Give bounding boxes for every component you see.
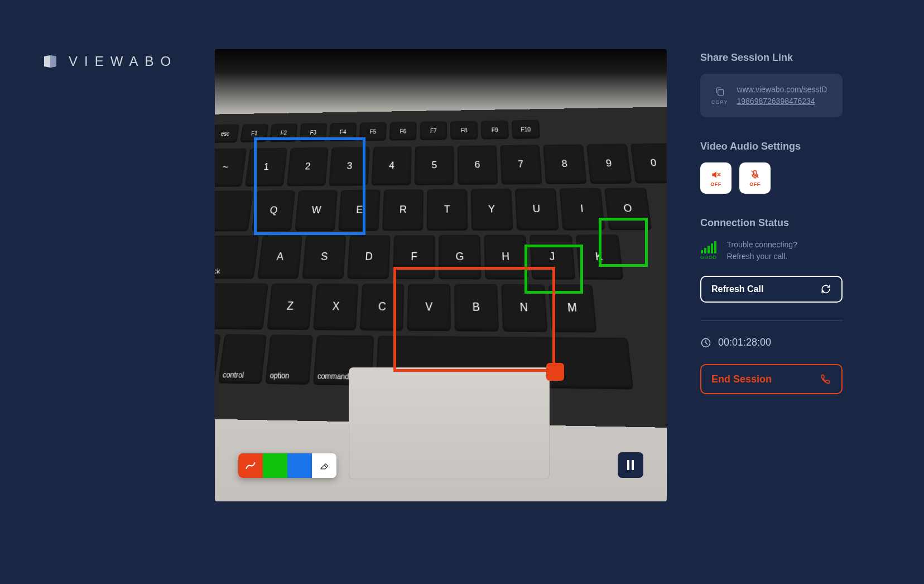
- connection-help-text: Trouble connecting? Refresh your call.: [727, 239, 797, 262]
- mic-off-icon: [749, 169, 761, 180]
- color-green-button[interactable]: [263, 453, 287, 478]
- session-link-card: COPY www.viewabo.com/sessID1986987263984…: [700, 74, 843, 117]
- annotation-green-2[interactable]: [599, 218, 648, 267]
- signal-label: GOOD: [700, 255, 717, 260]
- session-timer: 00:01:28:00: [700, 337, 843, 348]
- sidebar: Share Session Link COPY www.viewabo.com/…: [700, 49, 843, 556]
- eraser-button[interactable]: [312, 453, 336, 478]
- eraser-icon: [319, 460, 330, 471]
- annotation-blue[interactable]: [254, 137, 365, 235]
- logo-text: VIEWABO: [69, 54, 177, 69]
- copy-label: COPY: [711, 99, 728, 105]
- divider: [700, 320, 843, 321]
- refresh-call-button[interactable]: Refresh Call: [700, 276, 843, 303]
- pause-button[interactable]: [618, 452, 643, 478]
- speaker-off-icon: [710, 169, 722, 180]
- svg-rect-0: [718, 90, 723, 95]
- audio-status: OFF: [710, 181, 721, 187]
- draw-tool-button[interactable]: [238, 453, 263, 478]
- refresh-icon: [820, 284, 831, 295]
- annotation-toolbar: [238, 453, 336, 478]
- session-link[interactable]: www.viewabo.com/sessID198698726398476234: [737, 84, 831, 107]
- copy-icon: [714, 86, 725, 97]
- signal-indicator: GOOD: [700, 241, 717, 260]
- connection-section-title: Connection Status: [700, 217, 843, 229]
- trackpad-background: [349, 367, 550, 479]
- pause-icon: [627, 460, 634, 470]
- end-session-button[interactable]: End Session: [700, 364, 843, 394]
- av-section-title: Video Audio Settings: [700, 141, 843, 152]
- logo-icon: [42, 53, 59, 70]
- video-status: OFF: [749, 181, 761, 187]
- video-feed[interactable]: escF1F2F3F4F5F6F7F8F9F10 ~1234567890 tab…: [215, 49, 667, 501]
- share-section-title: Share Session Link: [700, 52, 843, 64]
- color-blue-button[interactable]: [287, 453, 312, 478]
- audio-toggle-button[interactable]: OFF: [700, 162, 732, 194]
- end-session-label: End Session: [711, 374, 772, 385]
- annotation-red-handle[interactable]: [546, 363, 564, 381]
- copy-button[interactable]: COPY: [711, 86, 728, 105]
- annotation-red[interactable]: [393, 267, 555, 372]
- timer-value: 00:01:28:00: [718, 337, 771, 348]
- phone-icon: [819, 373, 831, 385]
- refresh-label: Refresh Call: [711, 284, 763, 294]
- clock-icon: [700, 337, 711, 348]
- video-toggle-button[interactable]: OFF: [739, 162, 771, 194]
- logo: VIEWABO: [42, 53, 177, 70]
- draw-icon: [245, 460, 256, 471]
- signal-bars-icon: [701, 241, 716, 253]
